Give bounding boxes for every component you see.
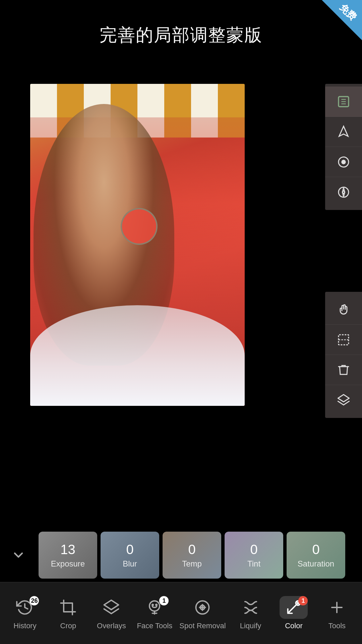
svg-point-14 <box>152 604 153 605</box>
tint-label: Tint <box>247 559 260 569</box>
select-icon <box>337 95 350 108</box>
adj-exposure[interactable]: 13 Exposure <box>39 532 97 579</box>
overlays-label: Overlays <box>97 622 126 630</box>
page-title: 完善的局部调整蒙版 <box>0 0 362 47</box>
adj-temp[interactable]: 0 Temp <box>163 532 221 579</box>
overlays-icon <box>103 599 120 616</box>
photo-canvas[interactable] <box>30 84 245 406</box>
exposure-label: Exposure <box>51 559 85 569</box>
liquify-label: Liquify <box>240 622 261 630</box>
history-label: History <box>13 622 36 630</box>
crop-label: Crop <box>60 622 76 630</box>
tool-delete-button[interactable] <box>325 355 362 385</box>
nav-crop[interactable]: Crop <box>50 596 86 630</box>
svg-point-15 <box>156 604 157 605</box>
face-tools-label: Face Tools <box>137 622 172 630</box>
spot-icon <box>194 599 211 616</box>
photo-background <box>30 84 245 406</box>
crop-icon <box>59 599 77 616</box>
tool-hand-button[interactable] <box>325 294 362 325</box>
liquify-icon <box>242 599 259 616</box>
nav-color[interactable]: 1 Color <box>275 596 312 630</box>
nav-overlays[interactable]: Overlays <box>93 596 130 630</box>
color-label: Color <box>285 622 303 630</box>
tools-label: Tools <box>328 622 346 630</box>
adj-tint[interactable]: 0 Tint <box>225 532 283 579</box>
nav-history[interactable]: 26 History <box>6 596 43 630</box>
tool-layers-button[interactable] <box>325 385 362 415</box>
history-badge: 26 <box>29 596 39 605</box>
tool-transform-button[interactable] <box>325 325 362 355</box>
hand-icon <box>337 303 350 316</box>
radial-icon <box>337 155 350 169</box>
chevron-down-icon <box>11 548 26 562</box>
blur-label: Blur <box>123 559 137 569</box>
layers-icon <box>337 393 350 407</box>
nav-tools[interactable]: Tools <box>318 596 355 630</box>
toolbar-right-bottom <box>325 292 362 418</box>
adj-blur[interactable]: 0 Blur <box>101 532 159 579</box>
spot-removal-label: Spot Removal <box>179 622 226 630</box>
svg-point-8 <box>343 191 345 194</box>
saturation-label: Saturation <box>298 559 334 569</box>
collapse-button[interactable] <box>0 528 37 582</box>
temp-value: 0 <box>188 542 195 557</box>
tool-select-button[interactable] <box>325 87 362 117</box>
plus-icon <box>328 599 346 616</box>
brush-circle[interactable] <box>121 208 158 245</box>
nav-liquify[interactable]: Liquify <box>232 596 269 630</box>
nav-face-tools[interactable]: 1 Face Tools <box>136 596 173 630</box>
svg-point-5 <box>342 160 345 164</box>
transform-icon <box>337 333 350 346</box>
shirt-area <box>30 305 245 406</box>
blur-value: 0 <box>126 542 133 557</box>
color-badge: 1 <box>298 596 308 605</box>
saturation-value: 0 <box>312 542 319 557</box>
nav-spot-removal[interactable]: Spot Removal <box>179 596 226 630</box>
tool-compass-button[interactable] <box>325 177 362 207</box>
pen-icon <box>337 125 350 139</box>
svg-point-13 <box>149 601 160 611</box>
temp-label: Temp <box>182 559 202 569</box>
adjustment-scroll[interactable]: 13 Exposure 0 Blur 0 Temp 0 Tint 0 Satur… <box>37 528 362 582</box>
adj-saturation[interactable]: 0 Saturation <box>287 532 345 579</box>
compass-icon <box>337 185 350 199</box>
exposure-value: 13 <box>60 542 75 557</box>
tint-value: 0 <box>250 542 257 557</box>
tool-radial-button[interactable] <box>325 147 362 177</box>
toolbar-right-top <box>325 84 362 210</box>
tool-pen-button[interactable] <box>325 117 362 147</box>
svg-marker-12 <box>104 600 119 609</box>
svg-marker-11 <box>338 394 349 402</box>
adjustment-bar: 13 Exposure 0 Blur 0 Temp 0 Tint 0 Satur… <box>0 528 362 582</box>
bottom-nav: 26 History Crop Overlays <box>0 582 362 644</box>
delete-icon <box>337 363 350 377</box>
face-tools-badge: 1 <box>159 596 169 605</box>
